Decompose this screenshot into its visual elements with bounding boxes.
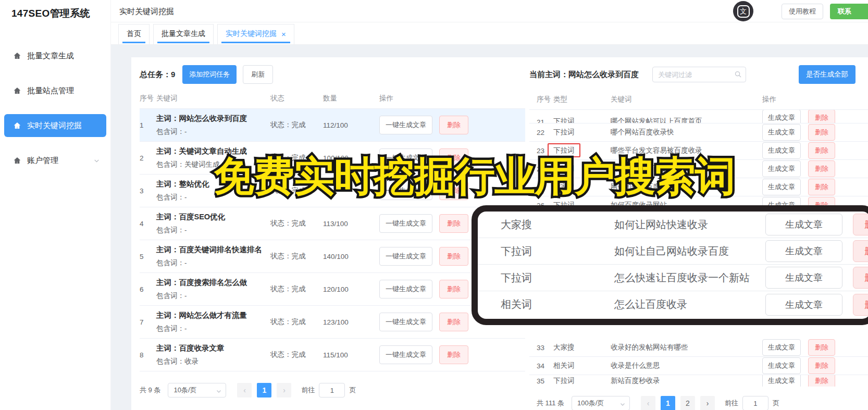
generate-article-button[interactable]: 生成文章 xyxy=(762,142,801,159)
page-button-2[interactable]: 2 xyxy=(680,396,695,410)
tab-label: 首页 xyxy=(127,29,141,39)
delete-button[interactable]: 删除 xyxy=(853,240,868,262)
delete-button[interactable]: 删除 xyxy=(439,345,468,364)
generate-article-button[interactable]: 生成文章 xyxy=(762,357,801,374)
next-page-button[interactable]: › xyxy=(700,396,715,410)
delete-button[interactable]: 删除 xyxy=(808,375,835,387)
sidebar-item-3[interactable]: 实时关键词挖掘 xyxy=(4,114,106,137)
task-row-number: 4 xyxy=(140,220,156,228)
chevron-down-icon xyxy=(93,157,100,164)
generate-article-button[interactable]: 生成文章 xyxy=(765,214,842,235)
delete-button[interactable]: 删除 xyxy=(808,110,835,123)
goto-label: 前往 xyxy=(301,386,315,395)
goto-page-input[interactable] xyxy=(319,383,345,397)
delete-button[interactable]: 删除 xyxy=(808,124,835,141)
generate-article-button[interactable]: 一键生成文章 xyxy=(379,214,432,233)
page-size-select[interactable]: 100条/页 xyxy=(572,396,630,410)
page-size-select[interactable]: 10条/页 xyxy=(168,383,226,397)
task-keyword-cell: 主词：百度搜索排名怎么做包含词：- xyxy=(156,277,270,301)
sidebar-item-4[interactable]: 账户管理 xyxy=(4,149,106,172)
delete-button[interactable]: 删除 xyxy=(439,280,468,299)
delete-button[interactable]: 删除 xyxy=(853,294,868,316)
page-size-value: 10条/页 xyxy=(173,386,196,395)
delete-button[interactable]: 删除 xyxy=(439,214,468,233)
refresh-button[interactable]: 刷新 xyxy=(243,65,273,84)
task-include-words: 包含词：- xyxy=(156,126,270,137)
previous-page-button[interactable]: ‹ xyxy=(641,396,655,410)
task-row-number: 6 xyxy=(140,285,156,293)
task-panel: 总任务：9 添加挖词任务 刷新 序号 关键词 状态 数量 操作 1主词：网站怎么… xyxy=(140,66,525,397)
delete-button[interactable]: 删除 xyxy=(808,357,835,374)
generate-article-button[interactable]: 生成文章 xyxy=(765,240,842,262)
keyword-actions: 生成文章删除 xyxy=(762,110,868,123)
keyword-filter-input[interactable] xyxy=(652,67,746,82)
generate-article-button[interactable]: 生成文章 xyxy=(765,294,842,316)
total-tasks-label: 总任务：9 xyxy=(140,70,175,80)
task-table-body: 1主词：网站怎么收录到百度包含词：-状态：完成112/100一键生成文章删除2主… xyxy=(140,109,525,371)
page-button-1[interactable]: 1 xyxy=(661,396,675,410)
magnified-rows-box: 大家搜如何让网站快速收录生成文章删除下拉词如何让自己网站收录百度生成文章删除下拉… xyxy=(472,205,868,325)
magnified-keyword-row: 相关词怎么让百度收录生成文章删除 xyxy=(478,291,868,318)
generate-article-button[interactable]: 一键生成文章 xyxy=(379,181,432,200)
previous-page-button[interactable]: ‹ xyxy=(237,383,252,397)
tab-3[interactable]: 实时关键词挖掘× xyxy=(217,24,294,44)
sidebar-item-2[interactable]: 批量站点管理 xyxy=(4,79,106,102)
generate-all-button[interactable]: 是否生成全部 xyxy=(799,65,855,84)
delete-button[interactable]: 删除 xyxy=(808,179,835,195)
generate-article-button[interactable]: 一键生成文章 xyxy=(379,247,432,266)
magnified-type: 相关词 xyxy=(501,297,614,312)
delete-button[interactable]: 删除 xyxy=(439,313,468,331)
task-main-keyword: 主词：网站怎么收录到百度 xyxy=(156,113,270,124)
keyword-panel-header: 当前主词：网站怎么收录到百度 是否生成全部 xyxy=(529,66,868,83)
generate-article-button[interactable]: 生成文章 xyxy=(762,179,801,195)
sidebar-item-label: 实时关键词挖掘 xyxy=(27,121,82,131)
task-status: 状态：完成 xyxy=(270,219,323,228)
type-label: 大家搜 xyxy=(553,183,575,191)
tab-1[interactable]: 首页 xyxy=(118,24,150,44)
generate-article-button[interactable]: 生成文章 xyxy=(762,124,801,141)
task-status: 状态：完成 xyxy=(270,284,323,294)
delete-button[interactable]: 删除 xyxy=(439,247,468,266)
task-include-words: 包含词：- xyxy=(156,323,270,334)
tab-label: 实时关键词挖掘 xyxy=(226,29,277,39)
sidebar-item-1[interactable]: 批量文章生成 xyxy=(4,44,106,67)
task-status: 状态：完成 xyxy=(270,317,323,327)
next-page-button[interactable]: › xyxy=(277,383,291,397)
task-status: 状态：完成 xyxy=(270,186,323,195)
delete-button[interactable]: 删除 xyxy=(439,116,468,134)
delete-button[interactable]: 删除 xyxy=(808,142,835,159)
delete-button[interactable]: 删除 xyxy=(808,339,835,356)
generate-article-button[interactable]: 一键生成文章 xyxy=(379,280,432,299)
tab-2[interactable]: 批量文章生成 xyxy=(153,24,214,44)
keyword-filter xyxy=(652,67,746,82)
contact-button[interactable]: 联系 xyxy=(830,4,868,19)
generate-article-button[interactable]: 生成文章 xyxy=(762,160,801,177)
keyword-type: 大家搜 xyxy=(553,343,611,352)
generate-article-button[interactable]: 生成文章 xyxy=(762,339,801,356)
page-button-1[interactable]: 1 xyxy=(257,383,271,397)
add-task-button[interactable]: 添加挖词任务 xyxy=(182,65,237,84)
generate-article-button[interactable]: 生成文章 xyxy=(762,375,801,387)
task-row-number: 2 xyxy=(140,154,156,162)
delete-button[interactable]: 删除 xyxy=(853,214,868,235)
generate-article-button[interactable]: 一键生成文章 xyxy=(379,313,432,331)
task-include-words: 包含词：- xyxy=(156,290,270,301)
goto-page-input[interactable] xyxy=(742,396,768,410)
generate-article-button[interactable]: 一键生成文章 xyxy=(379,148,432,167)
delete-button[interactable]: 删除 xyxy=(439,181,468,200)
generate-article-button[interactable]: 一键生成文章 xyxy=(379,116,432,134)
tabbar: 首页批量文章生成实时关键词挖掘× xyxy=(111,22,868,45)
generate-article-button[interactable]: 生成文章 xyxy=(762,110,801,123)
delete-button[interactable]: 删除 xyxy=(439,148,468,167)
task-keyword-cell: 主词：网站怎么收录到百度包含词：- xyxy=(156,113,270,137)
tab-close-icon[interactable]: × xyxy=(281,30,286,38)
delete-button[interactable]: 删除 xyxy=(808,160,835,177)
magnified-keyword-row: 大家搜如何让网站快速收录生成文章删除 xyxy=(478,212,868,238)
generate-article-button[interactable]: 一键生成文章 xyxy=(379,345,432,364)
tutorial-button[interactable]: 使用教程 xyxy=(782,4,823,19)
keyword-actions: 生成文章删除 xyxy=(762,179,868,195)
task-keyword-cell: 主词：网站怎么做才有流量包含词：- xyxy=(156,310,270,334)
delete-button[interactable]: 删除 xyxy=(853,267,868,289)
generate-article-button[interactable]: 生成文章 xyxy=(765,267,842,289)
topbar: 实时关键词挖掘 使用教程 联系 xyxy=(111,0,868,22)
